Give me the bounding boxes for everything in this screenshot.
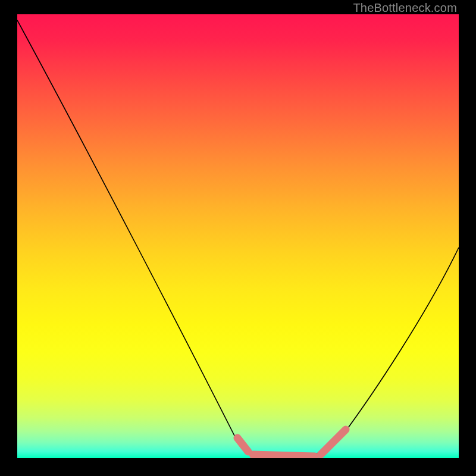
chart-area — [17, 14, 459, 458]
plateau-seg-left — [237, 438, 248, 452]
chart-svg — [17, 14, 459, 458]
plateau-seg-right — [321, 430, 346, 455]
watermark-text: TheBottleneck.com — [353, 1, 457, 15]
plateau-seg-bottom — [253, 455, 315, 456]
plateau-markers — [237, 430, 346, 456]
bottleneck-curve — [17, 20, 459, 458]
